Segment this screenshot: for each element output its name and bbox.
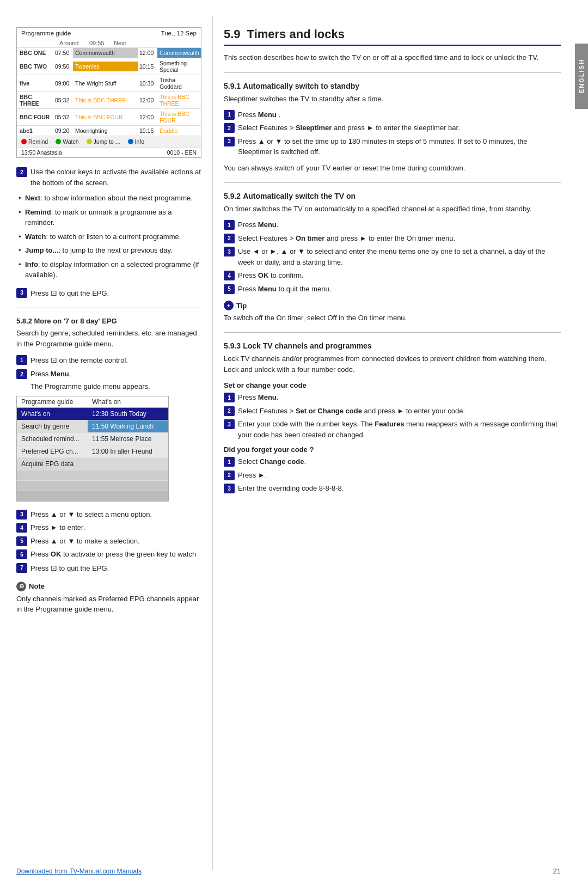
menu-row-searchgenre: Search by genre 11:50 Working Lunch	[17, 420, 168, 433]
section-intro: This section describes how to switch the…	[224, 52, 561, 64]
sub593-set-step2-num: 2	[224, 406, 235, 416]
sub591-step1: 1 Press Menu .	[224, 109, 561, 120]
footer-link[interactable]: Downloaded from TV-Manual.com Manuals	[16, 867, 142, 875]
sub592-num: 5.9.2	[224, 192, 241, 200]
bullet-next: Next: to show information about the next…	[16, 191, 201, 205]
step3-item: 3 Press ⊡ to quit the EPG.	[16, 288, 201, 299]
sub591-heading: 5.9.1 Automatically switch to standby	[224, 82, 561, 90]
prog-row-bbctwo: BBC TWO 09:50 Tweenies 10:15 Something S…	[17, 58, 201, 75]
sub-step1: 1 Press ⊡ on the remote control.	[16, 355, 201, 366]
sub592-step3: 3 Use ◄ or ►, ▲ or ▼ to select and enter…	[224, 246, 561, 267]
menu-col2-header: What's on	[92, 398, 121, 406]
menu-row-empty3	[17, 491, 168, 501]
forgot-heading: Did you forget your code ?	[224, 445, 561, 454]
sub-step6-num: 6	[16, 549, 27, 559]
sub-step1-num: 1	[16, 355, 27, 365]
prog-row-abc1: abc1 09:20 Moonlighting 10:15 Daddio	[17, 125, 201, 136]
note-text: Only channels marked as Preferred EPG ch…	[16, 594, 201, 615]
sub-step4: 4 Press ► to enter.	[16, 522, 201, 533]
sub592-step3-num: 3	[224, 247, 235, 256]
sub-step5-num: 5	[16, 536, 27, 546]
sub591-intro: Sleeptimer switches the TV to standby af…	[224, 94, 561, 105]
sub-step3-num: 3	[16, 510, 27, 520]
sub-step7-num: 7	[16, 563, 27, 573]
divider-right1	[224, 72, 561, 73]
sub592-step2: 2 Select Features > On timer and press ►…	[224, 233, 561, 244]
divider-right2	[224, 182, 561, 183]
sub592-intro: On timer switches the TV on automaticall…	[224, 204, 561, 215]
bullet-watch: Watch: to watch or listen to a current p…	[16, 230, 201, 244]
menu-table: Programme guide What's on What's on 12:3…	[16, 396, 169, 502]
english-side-tab: ENGLISH	[575, 44, 588, 109]
sub591-step2-num: 2	[224, 123, 235, 133]
subsec-582-intro: Search by genre, scheduled reminders, et…	[16, 328, 201, 351]
left-column: Programme guide Tue., 12 Sep Around 09:5…	[0, 16, 212, 870]
sub592-step5-num: 5	[224, 284, 235, 294]
prog-footer: Remind Watch Jump to ... Info	[17, 136, 201, 147]
sub593-set-step2: 2 Select Features > Set or Change code a…	[224, 406, 561, 417]
sub591-step3: 3 Press ▲ or ▼ to set the time up to 180…	[224, 136, 561, 157]
menu-row-scheduled: Scheduled remind... 11:55 Melrose Place	[17, 433, 168, 445]
sub-step2-sub: The Programme guide menu appears.	[16, 382, 201, 390]
section-num: 5.9	[224, 27, 241, 41]
menu-row-acquire: Acquire EPG data	[17, 458, 168, 471]
prog-table-title: Programme guide	[21, 30, 71, 36]
sub591-step1-num: 1	[224, 110, 235, 120]
sub-step2-num: 2	[16, 369, 27, 379]
dot-blue-icon	[128, 139, 133, 144]
prog-row-bbcfour: BBC FOUR 05:32 This is BBC FOUR 12:00 Th…	[17, 108, 201, 125]
sub-step4-num: 4	[16, 523, 27, 533]
sub591-step2: 2 Select Features > Sleeptimer and press…	[224, 123, 561, 133]
sub592-step4: 4 Press OK to confirm.	[224, 270, 561, 281]
sub593-num: 5.9.3	[224, 341, 241, 350]
info-item: Info	[128, 138, 145, 145]
right-column: 5.9 Timers and locks This section descri…	[212, 16, 588, 870]
sub593-set-step1-num: 1	[224, 393, 235, 402]
prog-col-headers: Around 09:55 Next	[17, 39, 201, 47]
prog-row-bbcthree: BBC THREE 05:32 This is BBC THREE 12:00 …	[17, 91, 201, 108]
section-title: Timers and locks	[247, 27, 345, 41]
page-number: 21	[553, 867, 561, 875]
sub-step7: 7 Press ⊡ to quit the EPG.	[16, 563, 201, 574]
watch-item: Watch	[56, 138, 78, 145]
sub591-title: Automatically switch to standby	[243, 82, 359, 90]
sub593-forgot-step1-num: 1	[224, 457, 235, 467]
tip-text: To switch off the On timer, select Off i…	[224, 313, 561, 323]
subsec-582-title: 5.8.2 More on '7 or 8 day' EPG	[16, 317, 201, 325]
prog-row-five: five 09:00 The Wright Stuff 10:30 Trisha…	[17, 75, 201, 91]
jump-item: Jump to ...	[87, 138, 120, 145]
menu-col1-header: Programme guide	[21, 398, 92, 406]
sub593-intro: Lock TV channels and/or programmes from …	[224, 353, 561, 376]
sub592-step2-num: 2	[224, 234, 235, 243]
bullet-remind: Remind: to mark or unmark a programme as…	[16, 205, 201, 230]
prog-table-date: Tue., 12 Sep	[161, 30, 197, 36]
set-change-heading: Set or change your code	[224, 381, 561, 389]
sub593-set-step1: 1 Press Menu.	[224, 392, 561, 403]
sub593-set-step3-num: 3	[224, 419, 235, 429]
sub593-forgot-step3-num: 3	[224, 484, 235, 493]
sub593-set-step3: 3 Enter your code with the number keys. …	[224, 419, 561, 440]
programme-guide-table: Programme guide Tue., 12 Sep Around 09:5…	[16, 27, 201, 158]
sub593-forgot-step2-num: 2	[224, 471, 235, 480]
sub593-forgot-step2: 2 Press ►.	[224, 470, 561, 481]
prog-row-bbcone: BBC ONE 07:50 Commonwealth 12:00 Commonw…	[17, 47, 201, 58]
note-icon: ⊖	[16, 582, 26, 591]
prog-table-header: Programme guide Tue., 12 Sep	[17, 28, 201, 39]
step3-num: 3	[16, 288, 27, 298]
sub-step3: 3 Press ▲ or ▼ to select a menu option.	[16, 509, 201, 520]
sub591-step3-num: 3	[224, 137, 235, 146]
menu-table-header: Programme guide What's on	[17, 396, 168, 408]
sub592-title: Automatically switch the TV on	[243, 192, 356, 200]
tip-box: + Tip To switch off the On timer, select…	[224, 301, 561, 323]
menu-row-empty2	[17, 481, 168, 491]
sub591-para2: You can always switch off your TV earlie…	[224, 163, 561, 174]
tip-heading: + Tip	[224, 301, 561, 310]
sub-step2: 2 Press Menu.	[16, 369, 201, 380]
remind-item: Remind	[21, 138, 48, 145]
tip-icon: +	[224, 301, 234, 310]
menu-row-whatson: What's on 12:30 South Today	[17, 408, 168, 420]
section-header: 5.9 Timers and locks	[224, 27, 561, 46]
divider-right3	[224, 332, 561, 333]
sub592-step4-num: 4	[224, 271, 235, 280]
sub-step5: 5 Press ▲ or ▼ to make a selection.	[16, 536, 201, 547]
